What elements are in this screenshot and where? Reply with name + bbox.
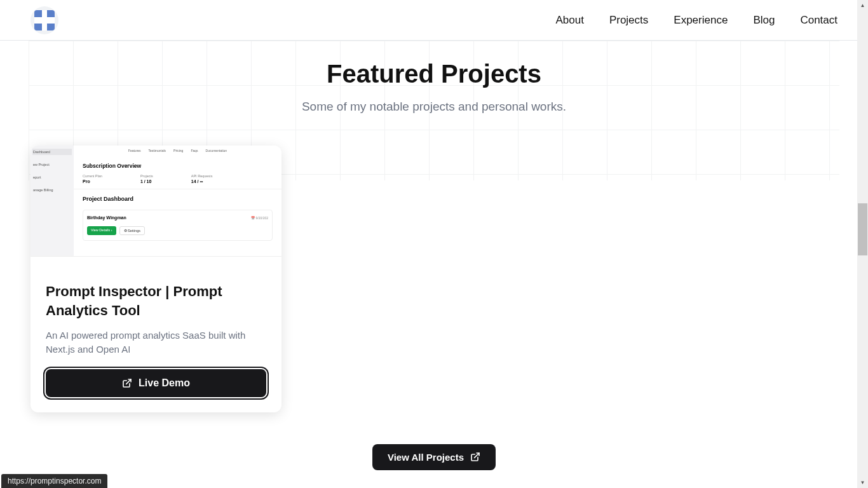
nav-contact[interactable]: Contact	[800, 14, 837, 27]
project-description: An AI powered prompt analytics SaaS buil…	[46, 329, 266, 356]
view-all-label: View All Projects	[388, 452, 464, 463]
preview-stat-value: Pro	[83, 179, 102, 184]
preview-topnav-item: Testimonials	[149, 149, 166, 152]
preview-sub-title: Subscription Overview	[83, 163, 273, 169]
preview-sidebar-item: anage Billing	[32, 187, 72, 193]
svg-line-1	[475, 453, 479, 458]
preview-sidebar-item: eport	[32, 174, 72, 180]
live-demo-label: Live Demo	[139, 377, 190, 389]
svg-line-0	[126, 379, 131, 384]
external-link-icon	[470, 452, 480, 462]
scrollbar-up-arrow[interactable]: ▲	[857, 0, 868, 11]
preview-sidebar-item: ew Project	[32, 161, 72, 168]
status-bar: https://promptinspector.com	[1, 474, 107, 488]
header: About Projects Experience Blog Contact	[0, 0, 868, 41]
title-section: Featured Projects Some of my notable pro…	[31, 60, 837, 114]
page-subtitle: Some of my notable projects and personal…	[31, 100, 837, 114]
live-demo-button[interactable]: Live Demo	[46, 369, 266, 397]
view-all-projects-button[interactable]: View All Projects	[372, 444, 496, 470]
preview-proj-name: Birthday Wingman	[87, 215, 126, 220]
preview-stat-label: API Requests	[191, 174, 213, 178]
project-title: Prompt Inspector | Prompt Analytics Tool	[46, 282, 266, 320]
project-preview-image: Dashboard ew Project eport anage Billing…	[31, 146, 281, 257]
preview-view-details-btn: View Details ›	[87, 226, 116, 235]
preview-stat-label: Projects	[140, 174, 153, 178]
preview-sidebar-item: Dashboard	[32, 149, 72, 155]
main-content: Featured Projects Some of my notable pro…	[0, 41, 868, 470]
nav-projects[interactable]: Projects	[609, 14, 648, 27]
preview-stat-value: 1 / 10	[140, 179, 153, 184]
nav-blog[interactable]: Blog	[753, 14, 775, 27]
preview-stat-value: 14 / ∞	[191, 179, 213, 184]
scrollbar-thumb[interactable]	[858, 203, 867, 255]
preview-dash-title: Project Dashboard	[83, 196, 273, 202]
scrollbar[interactable]: ▲ ▼	[857, 0, 868, 488]
preview-proj-date: 📅 9/20/202	[251, 216, 268, 220]
preview-topnav-item: Features	[128, 149, 141, 152]
preview-settings-btn: ⚙ Settings	[119, 226, 145, 235]
external-link-icon	[122, 378, 132, 388]
preview-topnav-item: Pricing	[173, 149, 183, 152]
logo[interactable]	[31, 6, 58, 34]
nav-about[interactable]: About	[555, 14, 583, 27]
scrollbar-down-arrow[interactable]: ▼	[857, 477, 868, 488]
main-nav: About Projects Experience Blog Contact	[555, 14, 837, 27]
preview-topnav-item: Documentation	[206, 149, 227, 152]
preview-stat-label: Current Plan	[83, 174, 102, 178]
page-title: Featured Projects	[31, 60, 837, 88]
nav-experience[interactable]: Experience	[674, 14, 728, 27]
project-card[interactable]: Dashboard ew Project eport anage Billing…	[31, 146, 281, 412]
preview-topnav-item: Faqs	[191, 149, 198, 152]
